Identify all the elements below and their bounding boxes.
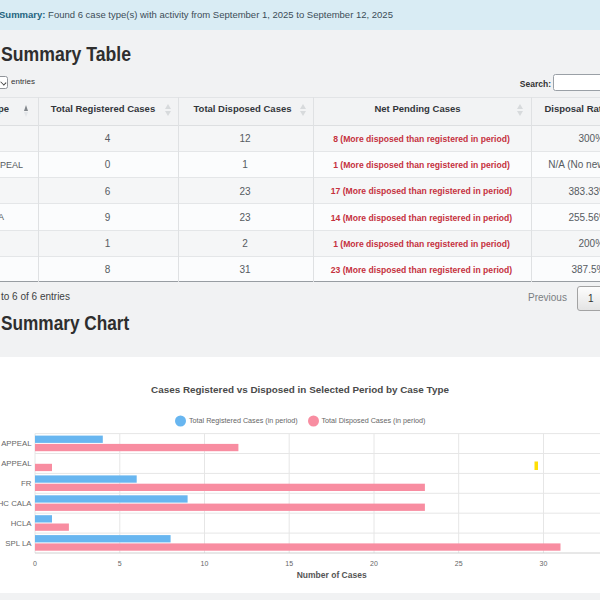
svg-text:FR: FR xyxy=(21,478,32,487)
svg-text:APPEAL: APPEAL xyxy=(1,439,32,448)
svg-text:5: 5 xyxy=(118,560,122,567)
svg-text:SPL LA: SPL LA xyxy=(5,538,32,547)
svg-text:Number of Cases: Number of Cases xyxy=(297,569,367,579)
svg-text:Cases Registered vs Disposed i: Cases Registered vs Disposed in Selected… xyxy=(151,384,449,395)
svg-text:30: 30 xyxy=(540,560,548,567)
svg-text:15: 15 xyxy=(285,560,293,567)
svg-text:10: 10 xyxy=(201,560,209,567)
svg-text:25: 25 xyxy=(455,560,463,567)
svg-text:20: 20 xyxy=(370,560,378,567)
svg-text:Total Registered Cases (in per: Total Registered Cases (in period) xyxy=(189,415,298,424)
svg-text:0: 0 xyxy=(33,560,37,567)
svg-text:Total Disposed Cases (in perio: Total Disposed Cases (in period) xyxy=(322,415,426,424)
svg-text:APPEAL: APPEAL xyxy=(1,458,32,467)
svg-text:HCLA: HCLA xyxy=(11,518,33,527)
svg-text:HC CALA: HC CALA xyxy=(0,498,32,507)
